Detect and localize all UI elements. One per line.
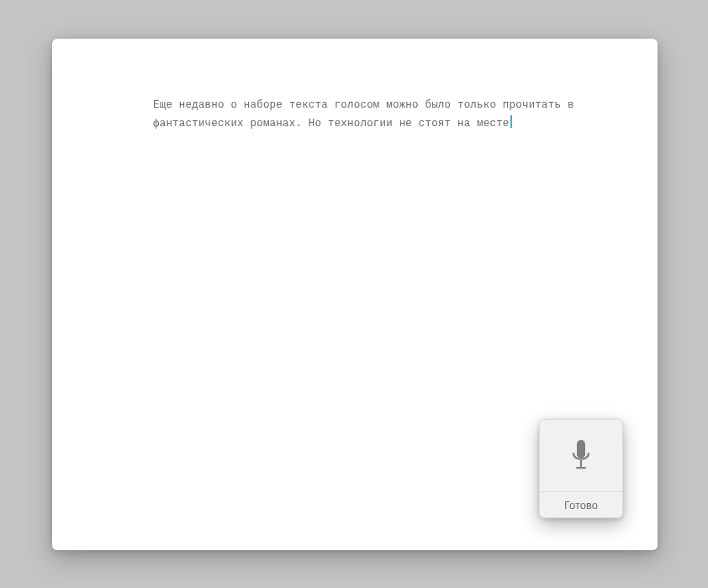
svg-rect-1 (580, 460, 582, 468)
done-button-label: Готово (564, 499, 598, 511)
microphone-icon (569, 438, 593, 474)
svg-rect-0 (577, 440, 585, 458)
text-cursor (510, 115, 512, 128)
svg-rect-2 (576, 467, 586, 469)
dictation-popup: Готово (539, 419, 623, 518)
done-button[interactable]: Готово (540, 492, 622, 517)
document-content-area[interactable]: Еще недавно о наборе текста голосом можн… (52, 39, 658, 133)
microphone-button[interactable] (540, 420, 622, 491)
